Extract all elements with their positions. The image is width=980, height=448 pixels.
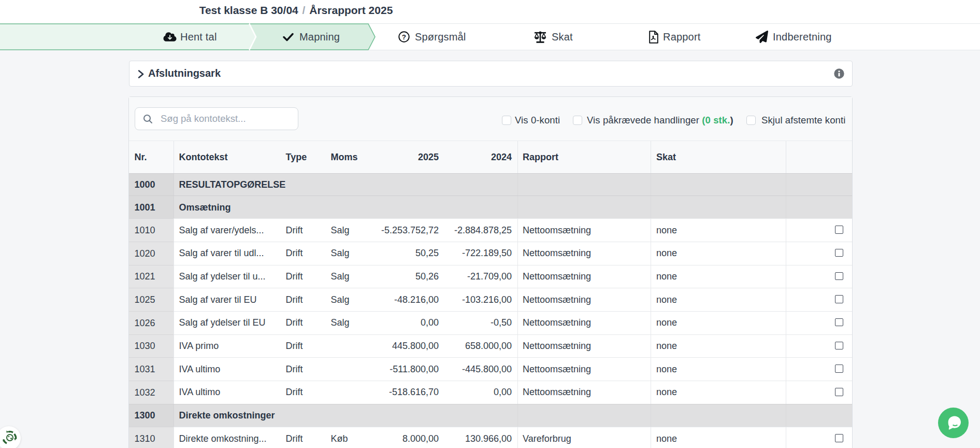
svg-text:?: ? bbox=[402, 33, 406, 41]
